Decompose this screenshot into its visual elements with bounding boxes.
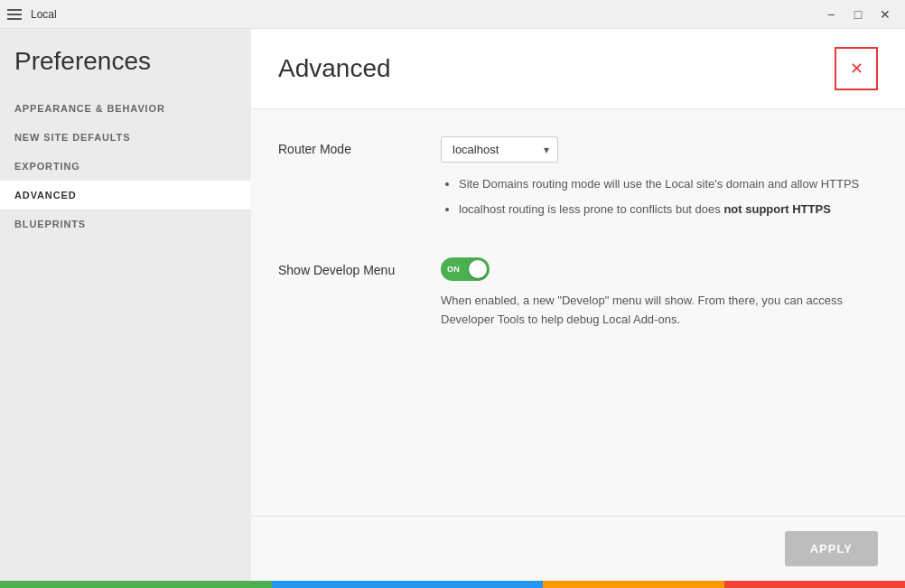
router-mode-control: localhost Site Domains ▾ Site Domains ro… — [441, 136, 878, 225]
show-develop-menu-row: Show Develop Menu ON When enabled, a new… — [278, 257, 878, 330]
sidebar-item-new-site-defaults[interactable]: NEW SITE DEFAULTS — [0, 123, 251, 152]
maximize-button[interactable]: □ — [845, 4, 871, 25]
app-body: Preferences APPEARANCE & BEHAVIOR NEW SI… — [0, 29, 905, 581]
minimize-button[interactable]: − — [818, 4, 844, 25]
bullet-site-domains: Site Domains routing mode will use the L… — [459, 175, 878, 193]
title-bar-left: Local — [7, 8, 57, 21]
router-mode-select[interactable]: localhost Site Domains — [441, 136, 558, 163]
bullet-localhost-bold: not support HTTPS — [723, 202, 830, 216]
bullet-localhost: localhost routing is less prone to confl… — [459, 201, 878, 219]
router-mode-bullets: Site Domains routing mode will use the L… — [441, 175, 878, 218]
sidebar-nav: APPEARANCE & BEHAVIOR NEW SITE DEFAULTS … — [0, 94, 251, 238]
sidebar-item-exporting[interactable]: EXPORTING — [0, 152, 251, 181]
window-controls: − □ ✕ — [818, 4, 898, 25]
toggle-knob — [469, 260, 487, 278]
develop-menu-toggle[interactable]: ON — [441, 257, 490, 281]
develop-menu-description: When enabled, a new "Develop" menu will … — [441, 292, 878, 330]
sidebar: Preferences APPEARANCE & BEHAVIOR NEW SI… — [0, 29, 251, 581]
router-mode-row: Router Mode localhost Site Domains ▾ Sit… — [278, 136, 878, 225]
show-develop-menu-control: ON When enabled, a new "Develop" menu wi… — [441, 257, 878, 330]
router-mode-select-wrapper: localhost Site Domains ▾ — [441, 136, 558, 163]
apply-button[interactable]: APPLY — [785, 531, 878, 566]
bottom-bar — [0, 581, 905, 588]
router-mode-label: Router Mode — [278, 136, 441, 156]
main-body: Router Mode localhost Site Domains ▾ Sit… — [251, 109, 905, 516]
page-title: Advanced — [278, 54, 391, 83]
main-footer: APPLY — [251, 516, 905, 581]
dialog-close-button[interactable]: ✕ — [835, 47, 878, 90]
show-develop-menu-label: Show Develop Menu — [278, 257, 441, 277]
window-close-button[interactable]: ✕ — [872, 4, 898, 25]
sidebar-item-blueprints[interactable]: BLUEPRINTS — [0, 210, 251, 238]
app-name: Local — [31, 8, 57, 21]
main-content: Advanced ✕ Router Mode localhost Site Do… — [251, 29, 905, 581]
sidebar-item-appearance[interactable]: APPEARANCE & BEHAVIOR — [0, 94, 251, 123]
sidebar-item-advanced[interactable]: ADVANCED — [0, 181, 251, 210]
main-header: Advanced ✕ — [251, 29, 905, 109]
toggle-container: ON — [441, 257, 878, 281]
toggle-on-label: ON — [447, 265, 460, 274]
hamburger-icon[interactable] — [7, 9, 22, 20]
sidebar-title: Preferences — [0, 47, 251, 94]
title-bar: Local − □ ✕ — [0, 0, 905, 29]
